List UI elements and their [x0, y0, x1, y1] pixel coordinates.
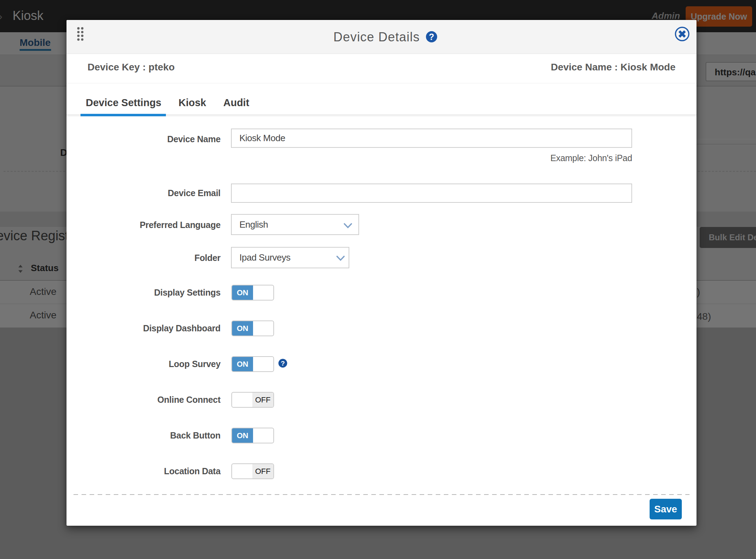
- svg-text:?: ?: [429, 32, 434, 42]
- svg-text:?: ?: [281, 360, 285, 367]
